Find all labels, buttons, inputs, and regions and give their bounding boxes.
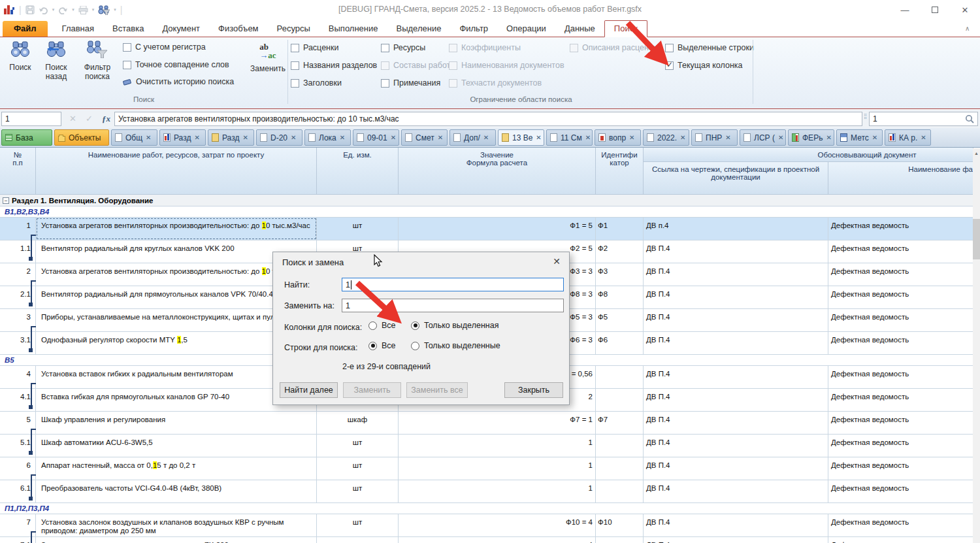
maximize-button[interactable]: [920, 0, 950, 20]
ribbon-tab-Выполнение[interactable]: Выполнение: [319, 21, 387, 37]
clear-search-history-button[interactable]: Очистить историю поиска: [123, 77, 234, 86]
cell-document-name[interactable]: Дефектная ведомость: [828, 537, 973, 543]
find-next-button[interactable]: Найти далее: [280, 382, 338, 398]
cell-value[interactable]: 1: [399, 435, 596, 457]
cell-reference-box[interactable]: 1: [1, 112, 61, 126]
radio-columns-all[interactable]: Все: [368, 321, 396, 330]
cell-name[interactable]: Заслонка регулирующая для круглых канало…: [36, 537, 317, 543]
document-tab-Доп/[interactable]: Доп/✕: [449, 129, 496, 146]
cell-unit[interactable]: шт: [317, 514, 399, 536]
cell-drawing-reference[interactable]: ДВ П.4: [644, 412, 828, 434]
close-tab-icon[interactable]: ✕: [680, 134, 685, 141]
cell-document-name[interactable]: Дефектная ведомость: [828, 366, 973, 388]
table-row-5[interactable]: 5Шкаф управления и регулированияшкафФ7 =…: [0, 412, 973, 435]
checkbox-case-sensitive[interactable]: С учетом регистра: [123, 42, 206, 52]
cell-drawing-reference[interactable]: ДВ П.4: [644, 332, 828, 354]
document-tab-ФЕРь[interactable]: ФЕРь✕: [788, 129, 834, 146]
radio-rows-all[interactable]: Все: [368, 341, 396, 350]
close-tab-icon[interactable]: ✕: [921, 134, 926, 141]
quick-search-input[interactable]: 1: [869, 112, 978, 126]
cell-drawing-reference[interactable]: ДВ П.4: [644, 286, 828, 308]
search-filter-button[interactable]: Фильтр поиска: [77, 40, 118, 104]
cell-document-name[interactable]: Дефектная ведомость: [828, 332, 973, 354]
checkbox-Расценки[interactable]: Расценки: [291, 43, 381, 52]
cell-drawing-reference[interactable]: ДВ П.4: [644, 514, 828, 536]
document-tab-Разд[interactable]: Разд✕: [159, 129, 206, 146]
cancel-entry-icon[interactable]: ✕: [69, 114, 76, 123]
cell-document-name[interactable]: Дефектная ведомость: [828, 480, 973, 502]
close-tab-icon[interactable]: ✕: [391, 134, 396, 141]
document-tab-11 См[interactable]: 11 См✕: [546, 129, 593, 146]
close-tab-icon[interactable]: ✕: [291, 134, 296, 141]
cell-name[interactable]: Шкаф управления и регулирования: [36, 412, 317, 434]
close-tab-icon[interactable]: ✕: [340, 134, 345, 141]
cell-identifier[interactable]: Ф8: [596, 286, 644, 308]
ribbon-tab-Операции[interactable]: Операции: [497, 21, 555, 37]
column-header-unit[interactable]: Ед. изм.: [317, 148, 399, 195]
column-header-identifier[interactable]: Идентифи катор: [596, 148, 644, 195]
column-header-justifying-document[interactable]: Обосновывающий документ: [644, 148, 973, 162]
cell-document-name[interactable]: Дефектная ведомость: [828, 389, 973, 411]
document-tab-КА р.[interactable]: КА р.✕: [885, 129, 931, 146]
function-icon[interactable]: ƒx: [102, 114, 110, 124]
cell-document-name[interactable]: Дефектная ведомость: [828, 240, 973, 263]
replace-all-button[interactable]: Заменить все: [406, 382, 468, 398]
cell-drawing-reference[interactable]: ДВ П.4: [644, 435, 828, 457]
ribbon-tab-Документ[interactable]: Документ: [153, 21, 209, 37]
cell-drawing-reference[interactable]: ДВ п.4: [644, 218, 828, 240]
cell-unit[interactable]: шт: [317, 218, 399, 240]
document-tab-ПНР[interactable]: ПНР✕: [691, 129, 738, 146]
cell-identifier[interactable]: Ф5: [596, 309, 644, 331]
cell-name[interactable]: Шкаф автоматики ACU-6-3W5,5: [36, 435, 317, 457]
ribbon-tab-Фильтр[interactable]: Фильтр: [450, 21, 497, 37]
close-tab-icon[interactable]: ✕: [629, 134, 634, 141]
radio-rows-selected-only[interactable]: Только выделенные: [411, 341, 500, 350]
find-input[interactable]: 1: [342, 278, 564, 291]
checkbox-Текущая колонка[interactable]: Текущая колонка: [665, 61, 751, 70]
cell-drawing-reference[interactable]: ДВ П.4: [644, 389, 828, 411]
document-tab-13 Ве[interactable]: 13 Ве✕: [498, 129, 544, 146]
cell-identifier[interactable]: Ф3: [596, 263, 644, 286]
close-button[interactable]: ✕: [950, 0, 980, 20]
cell-drawing-reference[interactable]: ДВ П.4: [644, 457, 828, 480]
vertical-scrollbar[interactable]: ▲: [973, 148, 980, 543]
cell-unit[interactable]: шт: [317, 537, 399, 543]
cell-identifier[interactable]: [596, 389, 644, 411]
column-header-drawing-reference[interactable]: Ссылка на чертежи, спецификации в проект…: [644, 162, 828, 195]
cell-document-name[interactable]: Дефектная ведомость: [828, 286, 973, 308]
cell-drawing-reference[interactable]: ДВ П.4: [644, 263, 828, 286]
cell-drawing-reference[interactable]: ДВ П.4: [644, 366, 828, 388]
checkbox-Ресурсы[interactable]: Ресурсы: [381, 43, 449, 52]
confirm-entry-icon[interactable]: ✓: [86, 114, 93, 123]
cell-name[interactable]: Установка заслонок воздушных и клапанов …: [36, 514, 317, 536]
cell-value[interactable]: 4: [399, 537, 596, 543]
cell-identifier[interactable]: Ф1: [596, 218, 644, 240]
collapse-section-icon[interactable]: −: [3, 197, 9, 204]
cell-unit[interactable]: шт: [317, 435, 399, 457]
close-tab-icon[interactable]: ✕: [826, 134, 831, 141]
checkbox-Выделенные строки[interactable]: Выделенные строки: [665, 43, 751, 52]
cell-identifier[interactable]: Ф6: [596, 332, 644, 354]
cell-document-name[interactable]: Дефектная ведомость: [828, 309, 973, 331]
table-row-5.1[interactable]: 5.1Шкаф автоматики ACU-6-3W5,5шт1ДВ П.4Д…: [0, 435, 973, 457]
document-tab-База[interactable]: База: [1, 129, 52, 146]
cell-identifier[interactable]: [596, 366, 644, 388]
ribbon-tab-Данные[interactable]: Данные: [555, 21, 604, 37]
scroll-up-icon[interactable]: ▲: [973, 148, 980, 158]
replace-input[interactable]: 1: [342, 299, 564, 312]
document-tab-Общ[interactable]: Общ✕: [111, 129, 157, 146]
search-back-button[interactable]: Поиск назад: [38, 40, 74, 104]
cell-value[interactable]: Ф7 = 1: [399, 412, 596, 434]
cell-unit[interactable]: шкаф: [317, 412, 399, 434]
search-button[interactable]: Поиск: [4, 40, 37, 104]
cell-name[interactable]: Аппарат настенный, масса от 0,15 т до 0,…: [36, 457, 317, 480]
close-tab-icon[interactable]: ✕: [536, 134, 541, 141]
table-row-7[interactable]: 7Установка заслонок воздушных и клапанов…: [0, 514, 973, 537]
cell-drawing-reference[interactable]: ДВ П.4: [644, 480, 828, 502]
document-tab-D-20[interactable]: D-20✕: [256, 129, 302, 146]
cell-document-name[interactable]: Дефектная ведомость: [828, 412, 973, 434]
cell-document-name[interactable]: Дефектная ведомость: [828, 218, 973, 240]
cell-value[interactable]: Ф1 = 5: [399, 218, 596, 240]
collapse-ribbon-icon[interactable]: ∧: [965, 25, 970, 32]
column-header-name[interactable]: Наименование работ, ресурсов, затрат по …: [36, 148, 317, 195]
